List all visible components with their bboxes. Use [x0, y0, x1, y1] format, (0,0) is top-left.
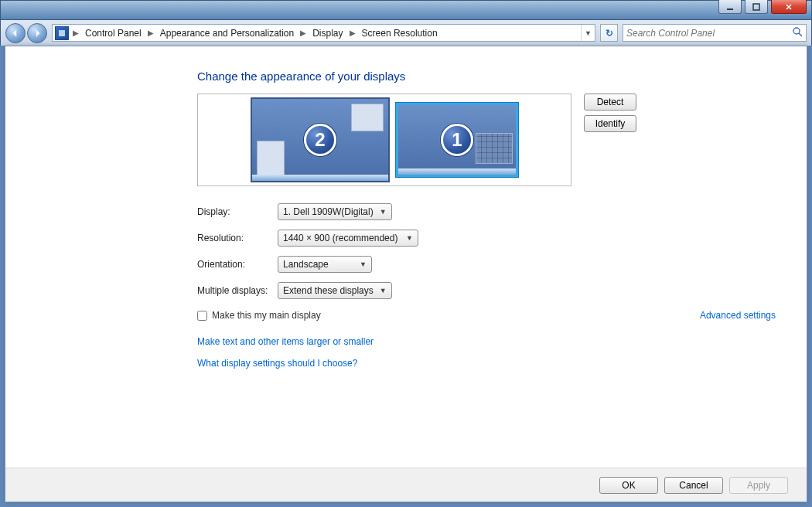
main-display-checkbox[interactable]	[197, 311, 207, 321]
monitor-badge: 2	[304, 124, 336, 156]
apply-button[interactable]: Apply	[729, 477, 788, 494]
orientation-dropdown[interactable]: Landscape ▼	[278, 256, 372, 273]
text-size-link[interactable]: Make text and other items larger or smal…	[197, 336, 776, 347]
breadcrumb-dropdown[interactable]: ▼	[581, 25, 595, 41]
page-title: Change the appearance of your displays	[197, 70, 776, 83]
svg-point-2	[793, 28, 800, 34]
identify-button[interactable]: Identify	[584, 115, 636, 132]
chevron-down-icon: ▼	[380, 208, 387, 216]
forward-button[interactable]	[27, 23, 47, 43]
monitor-1-selected[interactable]: 1	[396, 103, 518, 177]
preview-window-icon	[351, 104, 384, 131]
chevron-right-icon: ▶	[71, 29, 80, 37]
arrow-right-icon	[32, 29, 42, 38]
chevron-right-icon: ▶	[146, 29, 155, 37]
dialog-button-bar: OK Cancel Apply	[5, 468, 807, 502]
dropdown-value: 1. Dell 1909W(Digital)	[283, 206, 374, 217]
window-titlebar	[0, 0, 812, 20]
monitor-badge: 1	[441, 124, 473, 156]
breadcrumb[interactable]: ▶ Control Panel ▶ Appearance and Persona…	[52, 24, 595, 42]
minimize-icon	[726, 3, 734, 11]
preview-window-icon	[476, 133, 513, 164]
dropdown-value: Landscape	[283, 259, 329, 270]
dropdown-value: 1440 × 900 (recommended)	[283, 233, 397, 243]
search-box[interactable]	[623, 24, 807, 42]
maximize-icon	[752, 3, 760, 11]
search-icon	[793, 26, 803, 40]
display-settings-form: Display: 1. Dell 1909W(Digital) ▼ Resolu…	[197, 203, 776, 369]
svg-rect-0	[727, 9, 733, 10]
preview-window-icon	[257, 141, 285, 176]
multiple-displays-label: Multiple displays:	[197, 285, 278, 296]
breadcrumb-segment[interactable]: Appearance and Personalization	[155, 25, 299, 41]
multiple-displays-dropdown[interactable]: Extend these displays ▼	[278, 282, 392, 299]
monitor-2[interactable]: 2	[251, 97, 390, 182]
preview-taskbar	[398, 168, 516, 175]
chevron-right-icon: ▶	[299, 29, 308, 37]
detect-button[interactable]: Detect	[584, 94, 636, 111]
search-input[interactable]	[626, 28, 793, 39]
breadcrumb-segment[interactable]: Screen Resolution	[357, 25, 442, 41]
chevron-right-icon: ▶	[348, 29, 357, 37]
preview-taskbar	[252, 175, 388, 181]
minimize-button[interactable]	[718, 0, 742, 14]
chevron-down-icon: ▼	[360, 260, 367, 268]
svg-rect-1	[753, 4, 759, 10]
breadcrumb-segment[interactable]: Display	[308, 25, 347, 41]
maximize-button[interactable]	[745, 0, 768, 14]
close-button[interactable]	[771, 0, 807, 14]
help-choose-link[interactable]: What display settings should I choose?	[197, 358, 776, 369]
arrow-left-icon	[11, 29, 20, 38]
advanced-settings-link[interactable]: Advanced settings	[700, 310, 776, 321]
breadcrumb-segment[interactable]: Control Panel	[80, 25, 146, 41]
resolution-dropdown[interactable]: 1440 × 900 (recommended) ▼	[278, 230, 418, 247]
chevron-down-icon: ▼	[406, 234, 413, 242]
dropdown-value: Extend these displays	[283, 285, 374, 296]
main-display-checkbox-label: Make this my main display	[212, 310, 321, 321]
close-icon	[785, 3, 793, 11]
back-button[interactable]	[5, 23, 26, 43]
display-label: Display:	[197, 206, 278, 217]
content-pane: Change the appearance of your displays 2…	[5, 46, 807, 502]
refresh-icon: ↻	[606, 28, 613, 39]
display-dropdown[interactable]: 1. Dell 1909W(Digital) ▼	[278, 203, 392, 220]
refresh-button[interactable]: ↻	[600, 24, 618, 42]
orientation-label: Orientation:	[197, 259, 278, 270]
chevron-down-icon: ▼	[380, 287, 387, 294]
cancel-button[interactable]: Cancel	[664, 477, 723, 494]
svg-line-3	[799, 33, 802, 36]
ok-button[interactable]: OK	[599, 477, 658, 494]
resolution-label: Resolution:	[197, 233, 278, 243]
display-preview[interactable]: 2 1	[197, 94, 571, 186]
explorer-navbar: ▶ Control Panel ▶ Appearance and Persona…	[0, 20, 812, 46]
window-button-group	[718, 0, 807, 14]
control-panel-icon	[55, 26, 69, 40]
nav-back-forward	[5, 23, 47, 43]
